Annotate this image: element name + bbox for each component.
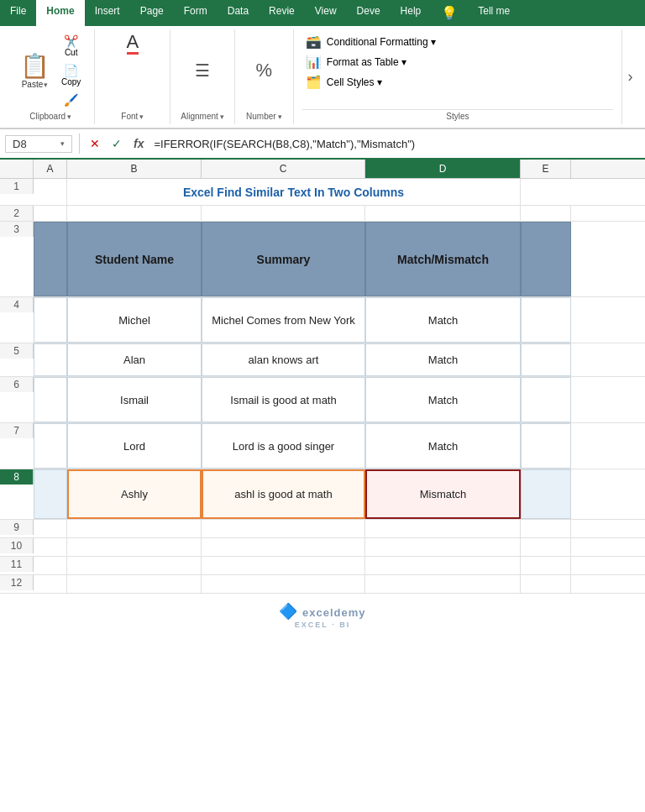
copy-label: Copy [61,77,81,86]
cell-reference-box[interactable]: D8 ▾ [5,135,72,153]
cell-c6[interactable]: Ismail is good at math [202,377,365,422]
cell-e2[interactable] [521,206,571,221]
cell-b7[interactable]: Lord [67,423,202,469]
cell-c8[interactable]: ashl is good at math [202,469,365,519]
cell-c9[interactable] [202,520,365,537]
row-10: 10 [0,538,645,557]
tell-me-input[interactable]: Tell me [468,0,520,26]
cell-e12[interactable] [521,575,571,593]
cell-c4[interactable]: Michel Comes from New York [202,297,365,343]
cell-styles-button[interactable]: 🗂️ Cell Styles ▾ [302,73,613,92]
cell-e8[interactable] [521,469,571,519]
font-items: A [127,33,139,108]
cell-a9[interactable] [34,520,67,537]
ribbon-expand-button[interactable]: › [621,29,638,124]
tab-page[interactable]: Page [130,0,174,26]
cell-a1[interactable] [34,179,67,205]
cell-a11[interactable] [34,557,67,574]
tab-review[interactable]: Revie [259,0,305,26]
cut-button[interactable]: ✂️ Cut [58,33,84,59]
cell-d7[interactable]: Match [365,423,521,469]
cell-b8[interactable]: Ashly [67,469,202,519]
cell-a7[interactable] [34,423,67,469]
tab-form[interactable]: Form [174,0,218,26]
cell-e11[interactable] [521,557,571,574]
cell-a10[interactable] [34,538,67,556]
cell-d4[interactable]: Match [365,297,521,343]
cell-b2[interactable] [67,206,202,221]
cell-a8[interactable] [34,469,67,519]
row-num-3: 3 [0,222,34,237]
cell-e6[interactable] [521,377,571,422]
tab-file[interactable]: File [0,0,36,26]
cell-a12[interactable] [34,575,67,593]
cell-e5[interactable] [521,343,571,376]
cell-c10[interactable] [202,538,365,556]
cell-b9[interactable] [67,520,202,537]
col-header-a[interactable]: A [34,160,67,178]
tab-developer[interactable]: Deve [347,0,391,26]
tab-insert[interactable]: Insert [85,0,130,26]
cell-d6[interactable]: Match [365,377,521,422]
cell-a6[interactable] [34,377,67,422]
alignment-label: Alignment ▾ [181,112,223,121]
row-num-7: 7 [0,423,34,438]
summary-ashly: ashl is good at math [234,488,332,500]
cell-b6[interactable]: Ismail [67,377,202,422]
cell-b5[interactable]: Alan [67,343,202,376]
cell-d10[interactable] [365,538,521,556]
cell-e3[interactable] [521,222,571,296]
col-header-e[interactable]: E [521,160,571,178]
cell-a2[interactable] [34,206,67,221]
col-header-d[interactable]: D [365,160,521,178]
conditional-formatting-label: Conditional Formatting ▾ [327,36,436,48]
col-header-c[interactable]: C [202,160,365,178]
cell-c11[interactable] [202,557,365,574]
paste-button[interactable]: 📋 Paste ▾ [17,50,53,91]
insert-function-button[interactable]: fx [130,135,147,152]
format-as-table-icon: 📊 [306,55,322,70]
cell-b1[interactable]: Excel Find Similar Text In Two Columns [67,179,521,205]
cell-b12[interactable] [67,575,202,593]
cell-c7[interactable]: Lord is a good singer [202,423,365,469]
format-as-table-button[interactable]: 📊 Format as Table ▾ [302,53,613,71]
row-num-1: 1 [0,179,34,194]
copy-button[interactable]: 📄 Copy [58,62,84,88]
tab-data[interactable]: Data [218,0,259,26]
cell-d2[interactable] [365,206,521,221]
cell-e7[interactable] [521,423,571,469]
conditional-formatting-button[interactable]: 🗃️ Conditional Formatting ▾ [302,33,613,51]
format-painter-icon: 🖌️ [64,93,78,107]
cell-c2[interactable] [202,206,365,221]
match-mismatch-header: Match/Mismatch [397,253,489,266]
cell-e9[interactable] [521,520,571,537]
cell-d5[interactable]: Match [365,343,521,376]
cell-d11[interactable] [365,557,521,574]
cell-e10[interactable] [521,538,571,556]
row-num-2: 2 [0,206,34,221]
tab-view[interactable]: View [305,0,347,26]
col-header-b[interactable]: B [67,160,202,178]
cell-d12[interactable] [365,575,521,593]
cell-a4[interactable] [34,297,67,343]
cell-a5[interactable] [34,343,67,376]
formula-input[interactable] [150,136,640,152]
cell-b4[interactable]: Michel [67,297,202,343]
cell-e4[interactable] [521,297,571,343]
cell-a3[interactable] [34,222,67,296]
tab-home[interactable]: Home [36,0,84,26]
confirm-formula-button[interactable]: ✓ [108,135,125,152]
cell-b11[interactable] [67,557,202,574]
cancel-formula-button[interactable]: ✕ [87,135,103,152]
cell-ref-dropdown-icon: ▾ [60,139,65,148]
cell-c5[interactable]: alan knows art [202,343,365,376]
format-painter-button[interactable]: 🖌️ [58,92,84,108]
tab-help[interactable]: Help [391,0,432,26]
ribbon-group-alignment: ☰ Alignment ▾ [170,29,234,124]
cell-b10[interactable] [67,538,202,556]
student-name-header: Student Name [95,253,174,266]
cell-d9[interactable] [365,520,521,537]
paste-label: Paste ▾ [22,80,49,89]
cell-c12[interactable] [202,575,365,593]
cell-d8[interactable]: Mismatch [365,469,521,519]
